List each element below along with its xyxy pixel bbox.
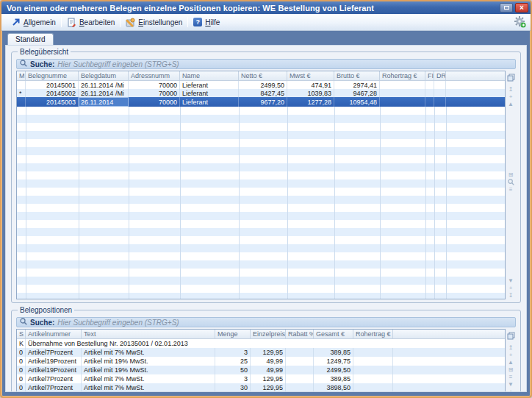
- uebernahme-text: Übernahme von Bestellung Nr. 20135001 / …: [26, 339, 505, 348]
- scroll-first-icon[interactable]: ↥: [508, 86, 514, 93]
- belegpositionen-side-toolbar: ↥ + ▲ ⊞ ≡ ▼ + ↧: [506, 329, 516, 392]
- col-header-text[interactable]: Text: [82, 330, 215, 338]
- tab-page: Belegübersicht Suche: Hier Suchbegriff e…: [5, 45, 527, 392]
- search-label: Suche:: [30, 319, 54, 327]
- settings-wrench-icon: [126, 18, 135, 27]
- group-belegpositionen: Belegpositionen Suche: Hier Suchbegriff …: [11, 310, 521, 392]
- col-header-rabatt[interactable]: Rabatt %: [286, 330, 314, 338]
- tab-standard[interactable]: Standard: [7, 33, 54, 45]
- search-label: Suche:: [30, 60, 54, 68]
- columns-icon[interactable]: ⊞: [508, 171, 514, 179]
- belegpositionen-search-field[interactable]: Suche: Hier Suchbegriff eingeben (STRG+S…: [16, 317, 516, 327]
- list-icon[interactable]: ≡: [509, 186, 513, 193]
- table-row[interactable]: 0 Artikel7Prozent Artikel mit 7% MwSt. 3…: [17, 374, 505, 383]
- col-header-fi[interactable]: FI: [425, 71, 434, 80]
- col-header-dr[interactable]: DR: [434, 71, 446, 80]
- search-placeholder: Hier Suchbegriff eingeben (STRG+S): [57, 319, 179, 327]
- col-header-brutto[interactable]: Brutto €: [334, 71, 380, 80]
- update-gear-icon[interactable]: [514, 16, 526, 28]
- belegübersicht-side-toolbar: ↥ + ▲ ⊞ ≡ ▼ + ↧: [506, 71, 516, 299]
- restore-button[interactable]: [500, 3, 513, 13]
- table-row[interactable]: K Übernahme von Bestellung Nr. 20135001 …: [17, 339, 505, 348]
- belegübersicht-grid: M Belegnumme Belegdatum Adressnumm Name …: [16, 71, 506, 299]
- restore-icon: [504, 6, 509, 10]
- group-label: Belegpositionen: [18, 306, 74, 314]
- search-icon: [20, 318, 27, 327]
- scroll-last-icon[interactable]: ↧: [508, 292, 514, 299]
- table-row[interactable]: * 20145002 26.11.2014 /Mi 70000 Lieferan…: [17, 89, 505, 97]
- belegpositionen-grid: S Artikelnummer Text Menge Einzelpreis €…: [16, 329, 506, 392]
- search-placeholder: Hier Suchbegriff eingeben (STRG+S): [57, 60, 179, 68]
- tab-strip: Standard: [5, 32, 527, 45]
- menu-item-allgemein[interactable]: Allgemein: [6, 16, 61, 29]
- app-window: Von einem oder mehreren Belegen einzelne…: [0, 0, 532, 398]
- work-area: Standard Belegübersicht Suche: Hier Such…: [1, 31, 531, 397]
- group-belegübersicht: Belegübersicht Suche: Hier Suchbegriff e…: [11, 51, 521, 303]
- row-add-icon[interactable]: +: [509, 93, 513, 101]
- menu-bar: Allgemein Bearbeiten Einstellungen ? Hil…: [1, 14, 531, 31]
- arrow-up-right-icon: [11, 18, 21, 27]
- columns-icon[interactable]: ⊞: [508, 366, 514, 374]
- col-header-adressnummer[interactable]: Adressnumm: [129, 71, 180, 80]
- menu-item-einstellungen[interactable]: Einstellungen: [121, 16, 187, 29]
- col-header-mwst[interactable]: Mwst €: [287, 71, 334, 80]
- table-row-selected[interactable]: 20145003 26.11.2014 70000 Lieferant 9677…: [17, 97, 505, 107]
- menu-item-hilfe[interactable]: ? Hilfe: [188, 16, 225, 28]
- col-header-artikelnummer[interactable]: Artikelnummer: [26, 330, 82, 338]
- copy-rows-icon[interactable]: [507, 330, 515, 343]
- col-header-s[interactable]: S: [17, 330, 26, 338]
- scroll-down-icon[interactable]: ▼: [508, 381, 514, 388]
- search-grid-icon[interactable]: [508, 179, 514, 186]
- scroll-up-icon[interactable]: ▲: [508, 359, 514, 366]
- table-row[interactable]: 0 Artikel7Prozent Artikel mit 7% MwSt. 3…: [17, 383, 505, 392]
- edit-document-icon: [67, 18, 76, 27]
- menu-item-bearbeiten[interactable]: Bearbeiten: [62, 16, 120, 29]
- row-add-icon[interactable]: +: [509, 285, 513, 292]
- close-button[interactable]: ×: [515, 3, 528, 13]
- col-header-belegnummer[interactable]: Belegnumme: [26, 71, 79, 80]
- col-header-gesamt[interactable]: Gesamt €: [314, 330, 353, 338]
- belegpositionen-header-row: S Artikelnummer Text Menge Einzelpreis €…: [17, 330, 505, 339]
- row-add-icon[interactable]: +: [509, 388, 513, 392]
- scroll-up-icon[interactable]: ▲: [508, 101, 514, 108]
- col-header-m[interactable]: M: [17, 71, 26, 80]
- group-label: Belegübersicht: [18, 48, 71, 56]
- table-row[interactable]: 0 Artikel7Prozent Artikel mit 7% MwSt. 3…: [17, 348, 505, 357]
- close-icon: ×: [520, 4, 524, 12]
- title-bar: Von einem oder mehreren Belegen einzelne…: [1, 1, 531, 14]
- empty-grid-area: [17, 107, 505, 299]
- col-header-einzelpreis[interactable]: Einzelpreis €: [251, 330, 286, 338]
- help-icon: ?: [193, 18, 202, 26]
- col-header-rohertrag[interactable]: Rohertrag €: [380, 71, 425, 80]
- copy-rows-icon[interactable]: [507, 71, 515, 85]
- col-header-name[interactable]: Name: [180, 71, 239, 80]
- col-header-belegdatum[interactable]: Belegdatum: [79, 71, 129, 80]
- belegübersicht-search-field[interactable]: Suche: Hier Suchbegriff eingeben (STRG+S…: [16, 59, 516, 69]
- row-add-icon[interactable]: +: [509, 352, 513, 359]
- table-row[interactable]: 0 Artikel19Prozent Artikel mit 19% MwSt.…: [17, 366, 505, 374]
- col-header-netto[interactable]: Netto €: [239, 71, 287, 80]
- list-icon[interactable]: ≡: [509, 374, 513, 381]
- col-header-rohertrag[interactable]: Rohertrag €: [353, 330, 393, 338]
- table-row[interactable]: 0 Artikel19Prozent Artikel mit 19% MwSt.…: [17, 357, 505, 366]
- window-title: Von einem oder mehreren Belegen einzelne…: [7, 4, 497, 13]
- table-row[interactable]: 20145001 26.11.2014 /Mi 70000 Lieferant …: [17, 81, 505, 89]
- focused-cell[interactable]: 26.11.2014: [79, 97, 129, 107]
- col-header-menge[interactable]: Menge: [215, 330, 251, 338]
- belegübersicht-header-row: M Belegnumme Belegdatum Adressnumm Name …: [17, 71, 505, 81]
- scroll-down-icon[interactable]: ▼: [508, 277, 514, 285]
- search-icon: [20, 60, 27, 68]
- scroll-first-icon[interactable]: ↥: [508, 344, 514, 352]
